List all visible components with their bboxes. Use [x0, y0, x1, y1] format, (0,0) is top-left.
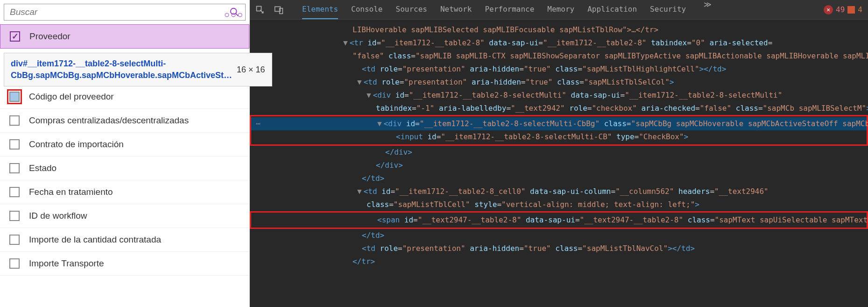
list-item[interactable]: ID de workflow — [0, 204, 249, 228]
devtools-panel: Elements Console Sources Network Perform… — [250, 0, 868, 307]
tab-elements[interactable]: Elements — [302, 0, 338, 19]
tab-security[interactable]: Security — [650, 0, 686, 19]
search-bar[interactable] — [4, 4, 246, 21]
list-item[interactable]: Contrato de importación — [0, 133, 249, 157]
devtools-toolbar: Elements Console Sources Network Perform… — [250, 0, 868, 20]
list-item[interactable]: Fecha en tratamiento — [0, 180, 249, 204]
dom-line[interactable]: "false" class="sapMLIB sapMLIB-CTX sapML… — [250, 50, 868, 63]
list-item-label: Importe Transporte — [29, 258, 104, 269]
checkbox[interactable] — [9, 235, 20, 245]
list-item-label: Importe de la cantidad contratada — [29, 235, 161, 245]
checkbox[interactable] — [9, 258, 20, 269]
dom-line[interactable]: ▼<div id="__item1712-__table2-8-selectMu… — [250, 89, 868, 102]
highlighted-dom-block: <span id="__text2947-__table2-8" data-sa… — [250, 211, 868, 229]
checkbox[interactable] — [9, 187, 20, 197]
tab-console[interactable]: Console — [351, 0, 382, 19]
left-panel: ○○○ ✓ Proveedor div#__item1712-__table2-… — [0, 0, 250, 307]
list-item-label: Compras centralizadas/descentralizadas — [29, 115, 189, 126]
tab-network[interactable]: Network — [440, 0, 472, 19]
element-tooltip: div#__item1712-__table2-8-selectMulti-Cb… — [4, 53, 272, 86]
dom-line[interactable]: class="sapMListTblCell" style="vertical-… — [250, 198, 868, 211]
list-item[interactable]: Estado — [0, 157, 249, 180]
list-item-label: Contrato de importación — [29, 139, 124, 150]
error-indicators[interactable]: ✕ 49 4 — [824, 5, 862, 14]
dom-line[interactable]: </tr> — [250, 255, 868, 268]
dom-line-selected[interactable]: ⋯▼<div id="__item1712-__table2-8-selectM… — [251, 117, 867, 130]
check-mark-icon: ✓ — [12, 31, 19, 42]
devtools-tabs: Elements Console Sources Network Perform… — [302, 0, 712, 19]
list-item-label: Proveedor — [29, 31, 71, 42]
list-item-label: ID de workflow — [29, 211, 87, 221]
checkbox[interactable] — [9, 139, 20, 150]
inspect-icon[interactable] — [255, 5, 265, 14]
tab-application[interactable]: Application — [587, 0, 637, 19]
list-item[interactable]: Código del proveedor — [0, 85, 249, 109]
search-input[interactable] — [10, 7, 229, 17]
checkbox[interactable] — [9, 211, 20, 221]
checkbox[interactable] — [9, 163, 20, 173]
dom-line[interactable]: <td role="presentation" aria-hidden="tru… — [250, 242, 868, 255]
list-item[interactable]: Importe Transporte — [0, 252, 249, 276]
error-count: 49 — [836, 5, 845, 14]
dom-line[interactable]: </td> — [250, 229, 868, 242]
dom-line[interactable]: <span id="__text2947-__table2-8" data-sa… — [251, 214, 867, 227]
error-badge-icon: ✕ — [824, 5, 833, 14]
dom-line[interactable]: LIBHoverable sapMLIBSelected sapMLIBFocu… — [250, 23, 868, 36]
tabs-overflow-icon[interactable]: ≫ — [704, 0, 712, 19]
dom-line[interactable]: <input id="__item1712-__table2-8-selectM… — [251, 130, 867, 143]
list-item-label: Código del proveedor — [29, 92, 114, 102]
highlighted-dom-block: ⋯▼<div id="__item1712-__table2-8-selectM… — [250, 115, 868, 146]
dom-line[interactable]: </div> — [250, 159, 868, 172]
list-item[interactable]: Compras centralizadas/descentralizadas — [0, 109, 249, 133]
tab-memory[interactable]: Memory — [547, 0, 574, 19]
checkbox[interactable] — [9, 92, 20, 102]
dom-tree[interactable]: LIBHoverable sapMLIBSelected sapMLIBFocu… — [250, 20, 868, 307]
dom-line[interactable]: </td> — [250, 172, 868, 185]
dom-line[interactable]: ▼<tr id="__item1712-__table2-8" data-sap… — [250, 36, 868, 50]
warn-icon — [847, 6, 855, 14]
tooltip-dimensions: 16 × 16 — [237, 65, 265, 75]
list-item-label: Estado — [29, 163, 56, 173]
checkbox[interactable] — [9, 115, 20, 126]
list-item[interactable]: Importe de la cantidad contratada — [0, 228, 249, 252]
more-options-icon[interactable]: ○○○ — [224, 9, 244, 20]
checkbox[interactable]: ✓ — [10, 31, 20, 42]
list-item-label: Fecha en tratamiento — [29, 187, 113, 197]
tab-performance[interactable]: Performance — [485, 0, 534, 19]
dom-line[interactable]: <td role="presentation" aria-hidden="tru… — [250, 63, 868, 76]
list-item[interactable]: ✓ Proveedor — [0, 24, 249, 49]
dom-line[interactable]: </div> — [250, 146, 868, 159]
device-icon[interactable] — [274, 5, 283, 14]
warn-count: 4 — [858, 5, 862, 14]
tooltip-selector: div#__item1712-__table2-8-selectMulti-Cb… — [11, 58, 232, 81]
tab-sources[interactable]: Sources — [396, 0, 427, 19]
dom-line[interactable]: tabindex="-1" aria-labelledby="__text294… — [250, 102, 868, 115]
dom-line[interactable]: ▼<td id="__item1712-__table2-8_cell0" da… — [250, 185, 868, 198]
dom-line[interactable]: ▼<td role="presentation" aria-hidden="tr… — [250, 76, 868, 89]
